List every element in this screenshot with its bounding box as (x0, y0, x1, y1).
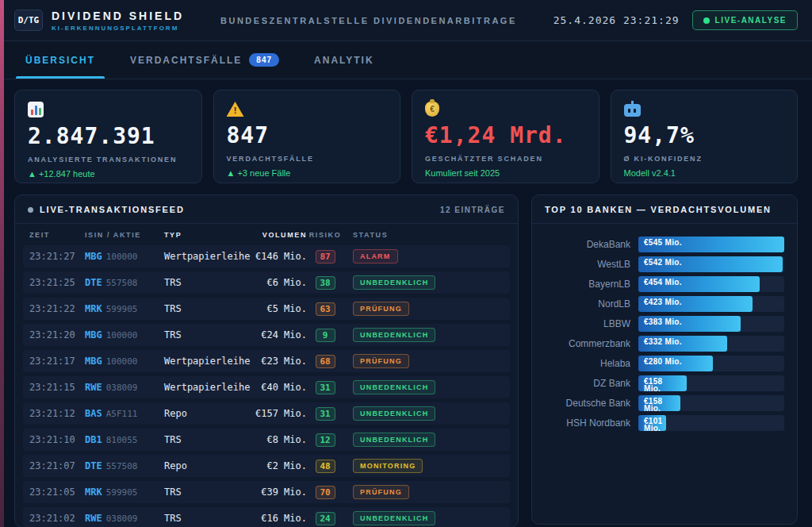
risk-score-badge: 70 (316, 486, 335, 499)
cell-zeit: 23:21:17 (29, 356, 85, 367)
risk-score-badge: 31 (316, 381, 335, 394)
cell-volumen: €23 Mio. (237, 356, 307, 367)
wkn-number: 810055 (106, 435, 138, 445)
cell-typ: Wertpapierleihe (164, 356, 237, 367)
banks-panel-title: TOP 10 BANKEN — VERDACHTSVOLUMEN (545, 205, 772, 214)
live-analyse-button[interactable]: LIVE-ANALYSE (692, 10, 798, 30)
bank-bar-row: Helaba€280 Mio. (545, 356, 784, 371)
wkn-number: 100000 (106, 252, 138, 262)
cell-isin: DB1810055 (85, 434, 164, 445)
robot-icon (624, 104, 641, 117)
bank-bar-row: WestLB€542 Mio. (545, 256, 784, 272)
bar-track: €101 Mio. (638, 415, 784, 431)
stat-value: 2.847.391 (28, 123, 189, 149)
top-banks-panel: TOP 10 BANKEN — VERDACHTSVOLUMEN DekaBan… (531, 194, 798, 525)
feed-rows: 23:21:27MBG100000Wertpapierleihe€146 Mio… (15, 244, 518, 527)
ticker-symbol: DTE (85, 460, 102, 471)
table-row[interactable]: 23:21:12BASA5F111Repo€157 Mio.31UNBEDENK… (23, 402, 510, 425)
app-logo: D/TG (14, 10, 43, 31)
stat-card-schaden: € €1,24 Mrd. GESCHÄTZTER SCHADEN Kumulie… (412, 90, 599, 183)
table-row[interactable]: 23:21:17MBG100000Wertpapierleihe€23 Mio.… (23, 350, 510, 372)
banks-panel-header: TOP 10 BANKEN — VERDACHTSVOLUMEN (532, 195, 797, 224)
table-row[interactable]: 23:21:15RWE038009Wertpapierleihe€40 Mio.… (23, 376, 510, 398)
cell-zeit: 23:21:22 (29, 303, 85, 314)
table-row[interactable]: 23:21:22MRK599905TRS€5 Mio.63PRÜFUNG (23, 298, 510, 320)
cell-status: PRÜFUNG (343, 302, 504, 316)
ticker-symbol: RWE (85, 382, 102, 393)
cell-isin: RWE038009 (85, 513, 164, 524)
status-badge: UNBEDENKLICH (353, 511, 435, 525)
risk-score-badge: 63 (316, 302, 335, 316)
cell-typ: TRS (164, 487, 237, 498)
bar-track: €332 Mio. (638, 336, 784, 352)
cell-isin: MBG100000 (85, 251, 164, 262)
cell-isin: MRK599905 (85, 303, 164, 314)
bank-name-label: NordLB (545, 298, 638, 310)
wkn-number: 038009 (106, 383, 138, 393)
stat-card-verdachtsfaelle: ! 847 VERDACHTSFÄLLE ▲ +3 neue Fälle (213, 90, 401, 183)
cell-status: UNBEDENKLICH (343, 433, 504, 447)
cell-status: UNBEDENKLICH (343, 328, 504, 342)
cell-volumen: €157 Mio. (237, 408, 307, 419)
cell-typ: Wertpapierleihe (164, 382, 237, 393)
banks-title-text: TOP 10 BANKEN — VERDACHTSVOLUMEN (545, 205, 772, 214)
cell-volumen: €8 Mio. (237, 434, 307, 445)
cell-isin: RWE038009 (85, 382, 164, 393)
bank-name-label: WestLB (545, 259, 638, 270)
cell-isin: MBG100000 (85, 329, 164, 340)
cell-volumen: €5 Mio. (237, 303, 307, 314)
risk-score-badge: 38 (316, 276, 335, 290)
cell-typ: TRS (164, 434, 237, 445)
status-badge: UNBEDENKLICH (353, 275, 435, 290)
table-row[interactable]: 23:21:25DTE557508TRS€6 Mio.38UNBEDENKLIC… (23, 271, 510, 294)
table-row[interactable]: 23:21:02RWE038009TRS€16 Mio.24UNBEDENKLI… (23, 507, 510, 527)
tab-analytik[interactable]: ANALYTIK (300, 41, 389, 79)
table-row[interactable]: 23:21:10DB1810055TRS€8 Mio.12UNBEDENKLIC… (23, 429, 510, 451)
risk-score-badge: 87 (316, 250, 335, 264)
cell-typ: Wertpapierleihe (164, 251, 237, 262)
wkn-number: A5F111 (106, 409, 138, 419)
col-isin: ISIN / AKTIE (85, 231, 164, 239)
feed-column-headers: ZEIT ISIN / AKTIE TYP VOLUMEN RISIKO STA… (15, 224, 518, 244)
cell-status: ALARM (343, 249, 504, 264)
bar-fill: €101 Mio. (638, 415, 666, 431)
tab-uebersicht[interactable]: ÜBERSICHT (11, 41, 109, 79)
app-logo-text: D/TG (18, 15, 40, 25)
screen-edge-artifact (0, 0, 4, 527)
app-subtitle: KI-ERKENNUNGSPLATTFORM (52, 25, 184, 32)
bank-bar-row: DekaBank€545 Mio. (545, 237, 784, 252)
table-row[interactable]: 23:21:20MBG100000TRS€24 Mio.9UNBEDENKLIC… (23, 324, 510, 346)
risk-score-badge: 31 (316, 407, 335, 421)
stat-value: 94,7% (624, 122, 785, 148)
tab-analytik-label: ANALYTIK (314, 55, 374, 66)
risk-score-badge: 12 (316, 433, 335, 447)
col-zeit: ZEIT (29, 231, 85, 239)
cell-status: MONITORING (343, 459, 504, 473)
ticker-symbol: MBG (85, 329, 102, 340)
table-row[interactable]: 23:21:07DTE557508Repo€2 Mio.48MONITORING (23, 455, 510, 477)
tab-verdachtsfaelle[interactable]: VERDACHTSFÄLLE 847 (116, 41, 293, 79)
feed-panel-title: LIVE-TRANSAKTIONSFEED (28, 205, 185, 214)
bar-chart-icon (28, 102, 44, 117)
bar-value-label: €158 Mio. (638, 395, 675, 412)
cell-isin: DTE557508 (85, 460, 164, 471)
cell-typ: TRS (164, 303, 237, 314)
cell-risiko: 68 (307, 355, 343, 368)
cell-volumen: €146 Mio. (237, 251, 307, 262)
cell-isin: BASA5F111 (85, 408, 164, 419)
stat-sub: Kumuliert seit 2025 (425, 168, 586, 178)
status-badge: PRÜFUNG (353, 354, 409, 368)
risk-score-badge: 68 (316, 355, 335, 368)
ticker-symbol: DB1 (85, 434, 102, 445)
table-row[interactable]: 23:21:05MRK599905TRS€39 Mio.70PRÜFUNG (23, 481, 510, 503)
table-row[interactable]: 23:21:27MBG100000Wertpapierleihe€146 Mio… (23, 245, 510, 267)
bar-fill: €280 Mio. (638, 356, 713, 371)
stat-label: GESCHÄTZTER SCHADEN (425, 155, 586, 163)
bar-value-label: €423 Mio. (638, 296, 747, 306)
stat-cards-row: 2.847.391 ANALYSIERTE TRANSAKTIONEN ▲ +1… (0, 79, 812, 194)
tab-verdachtsfaelle-label: VERDACHTSFÄLLE (130, 55, 242, 66)
cell-isin: DTE557508 (85, 277, 164, 288)
stat-value: 847 (227, 122, 388, 148)
cell-volumen: €24 Mio. (237, 329, 307, 340)
bank-name-label: Deutsche Bank (545, 398, 638, 409)
